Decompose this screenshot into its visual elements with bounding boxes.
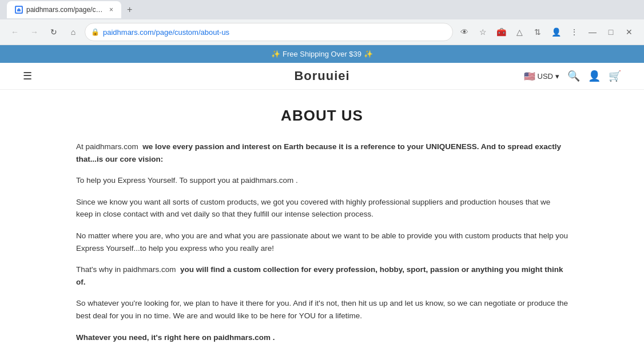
menu-icon[interactable]: ⋮ bbox=[566, 24, 582, 40]
tab-close-button[interactable]: × bbox=[109, 6, 113, 14]
announcement-text: ✨ Free Shipping Over $39 ✨ bbox=[271, 50, 372, 58]
bookmark-icon[interactable]: ☆ bbox=[475, 24, 491, 40]
cart-icon[interactable]: 🛒 bbox=[609, 70, 621, 82]
paragraph-1: At paidhmars.com we love every passion a… bbox=[76, 141, 568, 165]
forward-button[interactable]: → bbox=[26, 24, 42, 40]
account-icon[interactable]: 👤 bbox=[588, 70, 601, 82]
paragraph-5: That's why in paidhmars.com you will fin… bbox=[76, 263, 568, 288]
site-header: ☰ Boruuiei 🇺🇸 USD ▾ 🔍 👤 🛒 bbox=[0, 63, 644, 90]
browser-chrome: paidhmars.com/page/custom/ × + ← → ↻ ⌂ 🔒… bbox=[0, 0, 644, 45]
browser-controls: ← → ↻ ⌂ 🔒 paidhmars.com/page/custom/abou… bbox=[0, 19, 644, 45]
restore-button[interactable]: □ bbox=[603, 24, 619, 40]
home-button[interactable]: ⌂ bbox=[65, 24, 81, 40]
tab-title: paidhmars.com/page/custom/ bbox=[26, 6, 106, 14]
address-bar[interactable]: 🔒 paidhmars.com/page/custom/about-us bbox=[85, 23, 453, 41]
main-content: ABOUT US At paidhmars.com we love every … bbox=[65, 90, 579, 344]
refresh-button[interactable]: ↻ bbox=[46, 24, 62, 40]
page-title: ABOUT US bbox=[76, 107, 568, 125]
header-right: 🇺🇸 USD ▾ 🔍 👤 🛒 bbox=[524, 70, 621, 82]
account-icon[interactable]: 👤 bbox=[548, 24, 564, 40]
content-body: At paidhmars.com we love every passion a… bbox=[76, 141, 568, 343]
active-tab[interactable]: paidhmars.com/page/custom/ × bbox=[7, 1, 121, 18]
flag-icon: 🇺🇸 bbox=[524, 71, 535, 82]
browser-action-icons: 👁 ☆ 🧰 △ ⇅ 👤 ⋮ — □ ✕ bbox=[456, 24, 637, 40]
close-button[interactable]: ✕ bbox=[621, 24, 637, 40]
back-button[interactable]: ← bbox=[7, 24, 23, 40]
para5-before: That's why in paidhmars.com bbox=[76, 265, 180, 274]
eye-icon[interactable]: 👁 bbox=[456, 24, 472, 40]
url-text: paidhmars.com/page/custom/about-us bbox=[103, 28, 447, 37]
para1-bold: we love every passion and interest on Ea… bbox=[76, 142, 561, 163]
browser-tab-bar: paidhmars.com/page/custom/ × + bbox=[0, 0, 644, 19]
new-tab-button[interactable]: + bbox=[121, 0, 138, 19]
paragraph-4: No matter where you are, who you are and… bbox=[76, 230, 568, 254]
currency-code: USD bbox=[538, 72, 553, 81]
lock-icon: 🔒 bbox=[91, 28, 100, 36]
site-logo[interactable]: Boruuiei bbox=[294, 69, 349, 83]
minimize-button[interactable]: — bbox=[585, 24, 601, 40]
profile-icon[interactable]: △ bbox=[511, 24, 527, 40]
hamburger-menu[interactable]: ☰ bbox=[23, 70, 32, 82]
extensions-icon[interactable]: 🧰 bbox=[493, 24, 509, 40]
search-icon[interactable]: 🔍 bbox=[567, 70, 580, 82]
sync-icon[interactable]: ⇅ bbox=[530, 24, 546, 40]
para1-before: At paidhmars.com bbox=[76, 142, 142, 151]
paragraph-7: Whatever you need, it's right here on pa… bbox=[76, 331, 568, 344]
paragraph-6: So whatever you're looking for, we plan … bbox=[76, 297, 568, 322]
currency-selector[interactable]: 🇺🇸 USD ▾ bbox=[524, 71, 559, 82]
paragraph-3: Since we know you want all sorts of cust… bbox=[76, 196, 568, 221]
announcement-bar: ✨ Free Shipping Over $39 ✨ bbox=[0, 45, 644, 63]
currency-dropdown-icon: ▾ bbox=[555, 72, 559, 81]
paragraph-2: To help you Express Yourself. To support… bbox=[76, 174, 568, 187]
tab-favicon bbox=[15, 6, 23, 14]
